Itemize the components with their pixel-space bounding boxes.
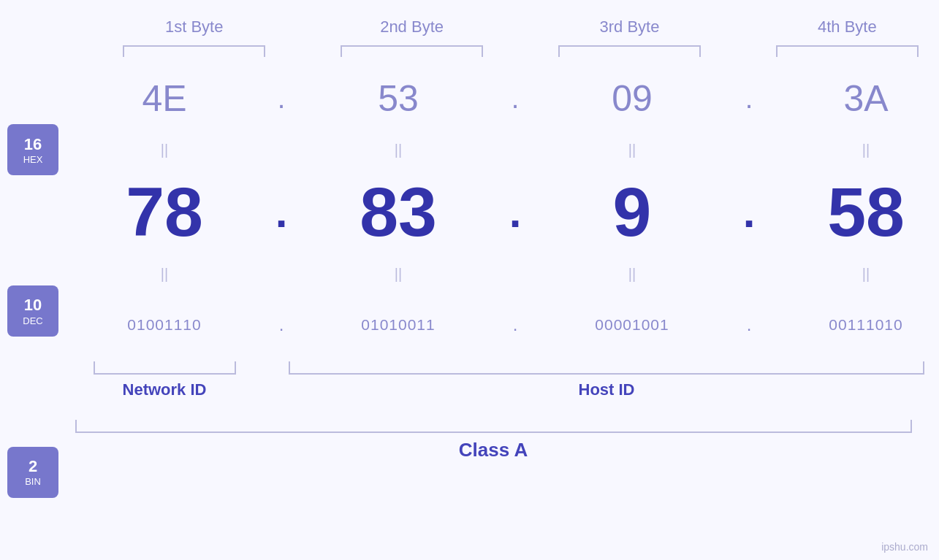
bin-byte1: 01001110 bbox=[66, 316, 263, 334]
hex-badge: 16 HEX bbox=[7, 124, 58, 175]
dec-byte4: 58 bbox=[767, 172, 939, 252]
main-data-area: 16 HEX 10 DEC 2 BIN 4E . bbox=[0, 62, 939, 560]
top-bracket-byte2 bbox=[341, 45, 483, 57]
watermark: ipshu.com bbox=[881, 541, 928, 553]
top-bracket-byte4 bbox=[776, 45, 919, 57]
sep-dot-hex-1: . bbox=[263, 83, 300, 115]
top-bracket-byte1 bbox=[123, 45, 265, 57]
dec-badge: 10 DEC bbox=[7, 285, 58, 337]
hex-byte1: 4E bbox=[66, 77, 263, 120]
dec-byte1: 78 bbox=[66, 172, 263, 252]
class-row: Class A bbox=[66, 420, 939, 471]
header-byte4: 4th Byte bbox=[756, 18, 939, 37]
dec-byte3: 9 bbox=[533, 172, 731, 252]
header-byte1: 1st Byte bbox=[102, 18, 286, 37]
sep-dot-dec-3: . bbox=[731, 187, 767, 237]
class-bottom-bracket bbox=[75, 420, 912, 433]
sep-dot-bin-1: . bbox=[263, 315, 300, 335]
network-bottom-bracket bbox=[94, 361, 236, 375]
sep-dot-dec-1: . bbox=[263, 187, 300, 237]
host-id-label: Host ID bbox=[579, 375, 635, 399]
bin-byte3: 00001001 bbox=[533, 316, 731, 334]
hex-byte4: 3A bbox=[767, 77, 939, 120]
sep-dot-bin-3: . bbox=[731, 315, 767, 335]
sep-dot-hex-2: . bbox=[497, 83, 533, 115]
hex-byte3: 09 bbox=[533, 77, 731, 120]
header-byte2: 2nd Byte bbox=[320, 18, 503, 37]
sep-dot-dec-2: . bbox=[497, 187, 533, 237]
data-grid: 4E . 53 . 09 . 3A bbox=[66, 62, 939, 560]
dec-row: 78 . 83 . 9 . 58 bbox=[66, 164, 939, 259]
network-host-labels-row: Network ID Host ID bbox=[66, 361, 939, 420]
bin-badge: 2 BIN bbox=[7, 447, 58, 498]
sep-dot-bin-2: . bbox=[497, 315, 533, 335]
bin-byte4: 00111010 bbox=[767, 316, 939, 334]
top-brackets-row bbox=[102, 40, 939, 62]
hex-row: 4E . 53 . 09 . 3A bbox=[66, 62, 939, 135]
bin-row: 01001110 . 01010011 . 00001001 . bbox=[66, 288, 939, 361]
sep-dot-hex-3: . bbox=[731, 83, 767, 115]
top-bracket-byte3 bbox=[558, 45, 701, 57]
bin-byte2: 01010011 bbox=[300, 316, 497, 334]
hex-byte2: 53 bbox=[300, 77, 497, 120]
byte-headers-row: 1st Byte 2nd Byte 3rd Byte 4th Byte bbox=[102, 0, 939, 40]
equals-row-2: || || || || bbox=[66, 259, 939, 288]
host-id-section: Host ID bbox=[300, 361, 913, 420]
class-section: Class A bbox=[66, 420, 921, 471]
network-id-section: Network ID bbox=[66, 361, 263, 420]
badges-column: 16 HEX 10 DEC 2 BIN bbox=[0, 62, 66, 560]
page-container: 1st Byte 2nd Byte 3rd Byte 4th Byte bbox=[0, 0, 939, 560]
network-id-label: Network ID bbox=[123, 375, 207, 399]
equals-row-1: || || || || bbox=[66, 135, 939, 164]
header-byte3: 3rd Byte bbox=[538, 18, 721, 37]
class-label: Class A bbox=[459, 433, 528, 461]
dec-byte2: 83 bbox=[300, 172, 497, 252]
host-bottom-bracket bbox=[289, 361, 924, 375]
